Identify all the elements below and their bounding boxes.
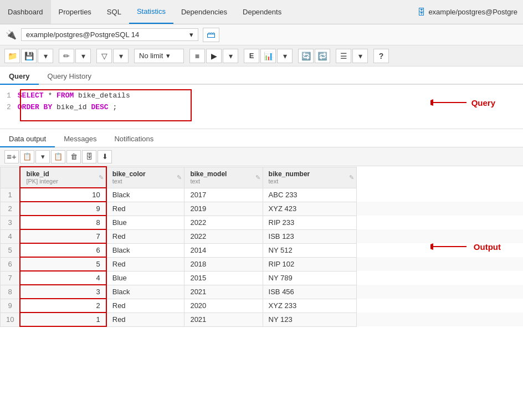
- cell-bike-color: Red: [106, 257, 184, 271]
- row-number: 7: [1, 271, 20, 285]
- table-row[interactable]: 110Black2017ABC 233: [1, 188, 523, 202]
- edit-dropdown-button[interactable]: ▾: [75, 49, 91, 63]
- cell-bike-model: 2019: [184, 202, 263, 216]
- tab-query[interactable]: Query: [0, 69, 39, 85]
- stop-button[interactable]: ■: [189, 49, 205, 63]
- chevron-down-icon: ▾: [44, 52, 48, 60]
- nav-connection-label: 🗄 example/postgres@Postgre: [412, 7, 523, 17]
- cell-bike-number: XYZ 233: [263, 299, 356, 313]
- chart-dropdown-button[interactable]: ▾: [277, 49, 293, 63]
- cell-bike-id: 1: [20, 313, 106, 326]
- cell-bike-id: 5: [20, 257, 106, 271]
- table-row[interactable]: 101Red2021NY 123: [1, 313, 523, 326]
- copy-button[interactable]: 📋: [20, 150, 34, 163]
- connection-value: example/postgres@PostgreSQL 14: [26, 30, 189, 39]
- table-row[interactable]: 65Red2018RIP 102: [1, 257, 523, 271]
- clear-button[interactable]: 🔄: [315, 49, 330, 63]
- query-editor[interactable]: 1 2 SELECT * FROM bike_details ORDER BY …: [0, 85, 523, 129]
- cell-bike-color: Red: [106, 202, 184, 216]
- save-dropdown-button[interactable]: ▾: [38, 49, 53, 63]
- open-file-button[interactable]: 📁: [4, 49, 20, 63]
- explain-button[interactable]: E: [244, 49, 259, 63]
- chevron-down-icon6: ▾: [283, 52, 287, 60]
- run-dropdown-button[interactable]: ▾: [223, 49, 238, 63]
- col-bike-id: bike_id [PK] integer ✎: [20, 167, 106, 188]
- tab-query-history[interactable]: Query History: [39, 69, 100, 85]
- help-icon: ?: [379, 52, 384, 60]
- tab-data-output[interactable]: Data output: [0, 131, 55, 147]
- line-numbers: 1 2: [7, 90, 11, 114]
- chevron-down-icon2: ▾: [81, 52, 85, 60]
- row-number: 10: [1, 313, 20, 326]
- filter-dropdown-button[interactable]: ▾: [113, 49, 129, 63]
- tab-notifications[interactable]: Notifications: [105, 131, 162, 147]
- cell-bike-number: NY 123: [263, 313, 356, 326]
- limit-selector[interactable]: No limit ▾: [134, 49, 184, 63]
- data-output-section: bike_id [PK] integer ✎ bike_color text ✎…: [0, 166, 523, 327]
- nav-properties[interactable]: Properties: [51, 0, 99, 24]
- filter-icon: ▽: [101, 52, 107, 60]
- run-button[interactable]: ▶: [206, 49, 222, 63]
- schedule-button[interactable]: 🔄: [298, 49, 314, 63]
- edit-button[interactable]: ✏: [59, 49, 74, 63]
- table-row[interactable]: 83Black2021ISB 456: [1, 285, 523, 299]
- connection-icon: 🔌: [6, 29, 17, 40]
- trash-icon: 🗑: [70, 152, 78, 161]
- col-bike-color: bike_color text ✎: [106, 167, 184, 188]
- cell-bike-model: 2017: [184, 188, 263, 202]
- clear-icon: 🔄: [318, 52, 327, 60]
- nav-dashboard[interactable]: Dashboard: [0, 0, 51, 24]
- query-tab-bar: Query Query History: [0, 66, 523, 85]
- list-dropdown-button[interactable]: ▾: [352, 49, 368, 63]
- paste-button[interactable]: 📋: [51, 150, 65, 163]
- help-button[interactable]: ?: [373, 49, 389, 63]
- cell-bike-id: 2: [20, 299, 106, 313]
- cell-bike-model: 2018: [184, 257, 263, 271]
- table-row[interactable]: 29Red2019XYZ 423: [1, 202, 523, 216]
- save-data-button[interactable]: 🗄: [82, 150, 96, 163]
- list-button[interactable]: ☰: [336, 49, 351, 63]
- save-button[interactable]: 💾: [21, 49, 37, 63]
- chart-button[interactable]: 📊: [260, 49, 276, 63]
- nav-dependencies[interactable]: Dependencies: [173, 0, 235, 24]
- nav-statistics[interactable]: Statistics: [129, 0, 173, 24]
- copy-icon: 📋: [23, 152, 32, 161]
- table-row[interactable]: 38Blue2022RIP 233: [1, 216, 523, 229]
- col-edit-icon2[interactable]: ✎: [177, 174, 182, 181]
- nav-sql[interactable]: SQL: [99, 0, 129, 24]
- add-row-button[interactable]: ≡+: [4, 150, 19, 163]
- download-icon: ⬇: [102, 152, 108, 161]
- db-save-icon: 🗄: [86, 152, 93, 161]
- col-edit-icon4[interactable]: ✎: [349, 174, 354, 181]
- cell-bike-number: ISB 456: [263, 285, 356, 299]
- db-connect-icon: 🗃: [207, 30, 216, 40]
- col-bike-number: bike_number text ✎: [263, 167, 356, 188]
- cell-bike-color: Red: [106, 313, 184, 326]
- copy-dropdown-button[interactable]: ▾: [35, 150, 50, 163]
- table-row[interactable]: 92Red2020XYZ 233: [1, 299, 523, 313]
- row-number: 1: [1, 188, 20, 202]
- col-edit-icon[interactable]: ✎: [99, 174, 104, 181]
- connect-db-button[interactable]: 🗃: [203, 28, 219, 42]
- schedule-icon: 🔄: [301, 52, 311, 60]
- limit-value: No limit: [139, 52, 163, 60]
- cell-bike-color: Blue: [106, 216, 184, 229]
- paste-icon: 📋: [54, 152, 63, 161]
- col-edit-icon3[interactable]: ✎: [255, 174, 260, 181]
- table-row[interactable]: 56Black2014NY 512: [1, 243, 523, 257]
- tab-messages[interactable]: Messages: [55, 131, 105, 147]
- cell-bike-color: Black: [106, 285, 184, 299]
- database-nav-icon: 🗄: [417, 7, 425, 17]
- connection-selector[interactable]: example/postgres@PostgreSQL 14 ▾: [21, 28, 198, 41]
- nav-dependents[interactable]: Dependents: [235, 0, 289, 24]
- chevron-down-icon3: ▾: [119, 52, 123, 60]
- filter-button[interactable]: ▽: [96, 49, 112, 63]
- cell-bike-color: Black: [106, 188, 184, 202]
- cell-bike-number: RIP 102: [263, 257, 356, 271]
- delete-button[interactable]: 🗑: [66, 150, 81, 163]
- row-number: 8: [1, 285, 20, 299]
- main-toolbar: 📁 💾 ▾ ✏ ▾ ▽ ▾ No limit ▾ ■ ▶ ▾ E 📊 ▾: [0, 45, 523, 66]
- table-row[interactable]: 47Red2022ISB 123: [1, 229, 523, 243]
- download-button[interactable]: ⬇: [98, 150, 112, 163]
- table-row[interactable]: 74Blue2015NY 789: [1, 271, 523, 285]
